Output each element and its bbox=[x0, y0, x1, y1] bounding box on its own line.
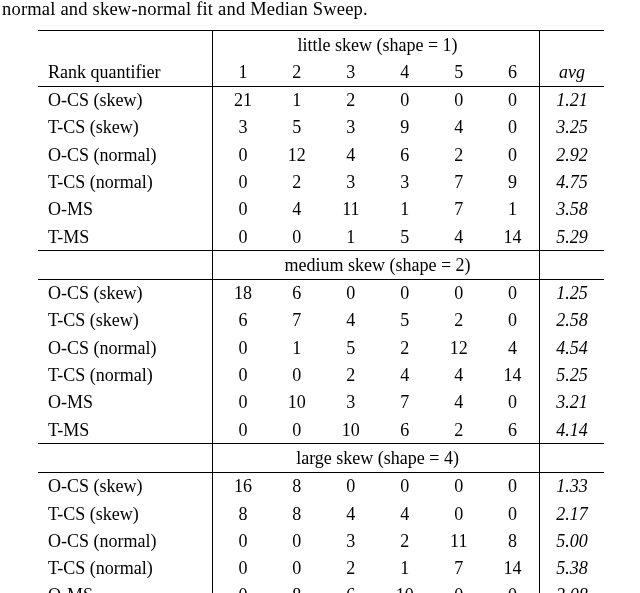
cell: 0 bbox=[486, 86, 540, 114]
cell: 0 bbox=[378, 279, 432, 307]
cell: 0 bbox=[270, 555, 324, 582]
row-label: T-CS (skew) bbox=[38, 307, 212, 334]
section-title: little skew (shape = 1) bbox=[216, 31, 540, 59]
col-5: 5 bbox=[432, 58, 486, 86]
cell: 7 bbox=[270, 307, 324, 334]
cell: 1 bbox=[378, 555, 432, 582]
cell-avg: 1.21 bbox=[540, 86, 604, 114]
cell: 3 bbox=[378, 168, 432, 195]
cell: 12 bbox=[270, 141, 324, 168]
cell: 4 bbox=[324, 141, 378, 168]
table-row: T-CS (normal)0233794.75 bbox=[38, 168, 604, 195]
table-row: O-CS (normal)01521244.54 bbox=[38, 334, 604, 361]
table-row: O-MS08610003.08 bbox=[38, 582, 604, 593]
cell: 5 bbox=[378, 223, 432, 251]
cell: 0 bbox=[270, 362, 324, 389]
cell-avg: 3.21 bbox=[540, 389, 604, 416]
column-header-row: Rank quantifier123456avg bbox=[38, 58, 604, 86]
table-row: O-CS (normal)01246202.92 bbox=[38, 141, 604, 168]
col-1: 1 bbox=[216, 58, 270, 86]
cell-avg: 3.25 bbox=[540, 114, 604, 141]
cell: 3 bbox=[216, 114, 270, 141]
cell: 0 bbox=[486, 500, 540, 527]
cell: 1 bbox=[378, 196, 432, 223]
cell: 0 bbox=[432, 86, 486, 114]
blank-cell bbox=[38, 444, 212, 472]
cell: 0 bbox=[216, 389, 270, 416]
cell: 9 bbox=[378, 114, 432, 141]
section-title: large skew (shape = 4) bbox=[216, 444, 540, 472]
cell: 7 bbox=[378, 389, 432, 416]
cell: 3 bbox=[324, 168, 378, 195]
cell: 0 bbox=[216, 582, 270, 593]
cell: 2 bbox=[324, 555, 378, 582]
row-label: T-CS (skew) bbox=[38, 500, 212, 527]
cell: 14 bbox=[486, 223, 540, 251]
cell: 0 bbox=[378, 472, 432, 500]
cell-avg: 5.29 bbox=[540, 223, 604, 251]
table-row: T-MS00106264.14 bbox=[38, 416, 604, 444]
cell: 1 bbox=[270, 334, 324, 361]
cell: 0 bbox=[378, 86, 432, 114]
cell: 2 bbox=[270, 168, 324, 195]
cell: 0 bbox=[432, 582, 486, 593]
cell: 4 bbox=[324, 307, 378, 334]
cell: 18 bbox=[216, 279, 270, 307]
cell-avg: 3.08 bbox=[540, 582, 604, 593]
cell: 2 bbox=[378, 334, 432, 361]
row-label: T-MS bbox=[38, 223, 212, 251]
cell-avg: 5.38 bbox=[540, 555, 604, 582]
cell: 8 bbox=[216, 500, 270, 527]
cell: 0 bbox=[216, 196, 270, 223]
cell: 9 bbox=[486, 168, 540, 195]
row-label: O-MS bbox=[38, 582, 212, 593]
cell-avg: 4.14 bbox=[540, 416, 604, 444]
cell: 0 bbox=[486, 141, 540, 168]
cell: 0 bbox=[216, 168, 270, 195]
table-row: O-CS (normal)00321185.00 bbox=[38, 527, 604, 554]
cell: 2 bbox=[432, 141, 486, 168]
row-label: O-MS bbox=[38, 389, 212, 416]
cell: 0 bbox=[486, 114, 540, 141]
cell-avg: 2.92 bbox=[540, 141, 604, 168]
cell: 10 bbox=[270, 389, 324, 416]
cell: 21 bbox=[216, 86, 270, 114]
cell: 7 bbox=[432, 168, 486, 195]
cell: 0 bbox=[486, 582, 540, 593]
row-label: O-CS (skew) bbox=[38, 472, 212, 500]
cell: 3 bbox=[324, 114, 378, 141]
cell: 4 bbox=[432, 114, 486, 141]
row-label: T-CS (normal) bbox=[38, 362, 212, 389]
blank-cell bbox=[540, 444, 604, 472]
table-row: O-MS04111713.58 bbox=[38, 196, 604, 223]
cell: 0 bbox=[270, 416, 324, 444]
table-row: O-CS (skew)21120001.21 bbox=[38, 86, 604, 114]
cell: 14 bbox=[486, 555, 540, 582]
row-label: O-CS (normal) bbox=[38, 334, 212, 361]
cell: 11 bbox=[432, 527, 486, 554]
cell: 0 bbox=[270, 223, 324, 251]
cell: 4 bbox=[432, 362, 486, 389]
table-row: T-CS (skew)6745202.58 bbox=[38, 307, 604, 334]
cell: 4 bbox=[486, 334, 540, 361]
table-row: O-CS (skew)18600001.25 bbox=[38, 279, 604, 307]
cell: 0 bbox=[216, 362, 270, 389]
cell: 0 bbox=[216, 141, 270, 168]
row-label: T-CS (normal) bbox=[38, 168, 212, 195]
col-rank-quantifier: Rank quantifier bbox=[38, 58, 212, 86]
cell: 5 bbox=[378, 307, 432, 334]
cell-avg: 1.33 bbox=[540, 472, 604, 500]
table-row: T-CS (normal)00244145.25 bbox=[38, 362, 604, 389]
cell: 3 bbox=[324, 389, 378, 416]
cell: 12 bbox=[432, 334, 486, 361]
cell: 0 bbox=[432, 472, 486, 500]
cell: 0 bbox=[216, 527, 270, 554]
cell: 0 bbox=[486, 307, 540, 334]
table-row: T-CS (skew)8844002.17 bbox=[38, 500, 604, 527]
cell: 5 bbox=[324, 334, 378, 361]
cell: 3 bbox=[324, 527, 378, 554]
col-4: 4 bbox=[378, 58, 432, 86]
table-row: T-CS (normal)00217145.38 bbox=[38, 555, 604, 582]
caption-fragment: normal and skew-normal fit and Median Sw… bbox=[0, 0, 640, 26]
cell: 7 bbox=[432, 555, 486, 582]
